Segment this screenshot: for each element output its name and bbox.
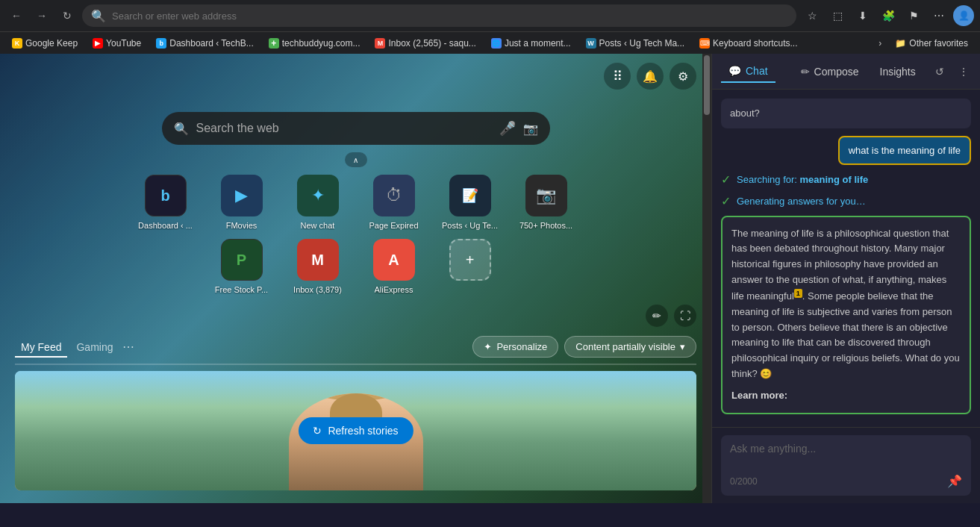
tab-chat[interactable]: 💬 Chat xyxy=(721,60,775,83)
add-shortcut-button[interactable]: + xyxy=(449,239,491,281)
shortcut-freestock-icon: P xyxy=(221,239,263,281)
nav-icons: ☆ ⬚ ⬇ 🧩 ⚑ ⋯ 👤 xyxy=(801,4,974,27)
shortcut-newchat-label: New chat xyxy=(301,221,335,230)
profile-button[interactable]: 👤 xyxy=(953,5,974,26)
bookmark-inbox[interactable]: M Inbox (2,565) - saqu... xyxy=(369,37,481,50)
collections-icon[interactable]: ⬚ xyxy=(826,4,849,27)
just-moment-icon: 🌐 xyxy=(491,38,502,49)
bookmark-google-keep[interactable]: K Google Keep xyxy=(6,37,84,50)
inbox-bm-icon: M xyxy=(375,38,385,49)
pin-button[interactable]: 📌 xyxy=(947,474,962,488)
copilot-header: 💬 Chat ✏ Compose Insights ↺ ⋮ ✕ xyxy=(712,54,980,90)
address-input[interactable] xyxy=(112,10,787,22)
learn-more-label: Learn more: xyxy=(731,388,961,404)
collapse-button[interactable]: ∧ xyxy=(345,152,367,167)
content-dropdown-icon: ▾ xyxy=(680,341,685,352)
tab-compose[interactable]: ✏ Compose xyxy=(793,61,867,82)
chat-input[interactable] xyxy=(730,443,962,467)
close-copilot-button[interactable]: ✕ xyxy=(977,61,980,82)
shortcut-fmovies[interactable]: ▶ FMovies xyxy=(208,175,275,230)
shortcut-postsug-icon: 📝 xyxy=(449,175,491,216)
bookmark-label: Just a moment... xyxy=(505,38,571,49)
browser-chrome: ← → ↻ 🔍 ☆ ⬚ ⬇ 🧩 ⚑ ⋯ 👤 K Google Keep ▶ Yo… xyxy=(0,0,980,54)
new-tab-top-controls: ⠿ 🔔 ⚙ xyxy=(0,54,711,90)
shortcut-fmovies-icon: ▶ xyxy=(221,175,263,216)
footnote-1[interactable]: 1 xyxy=(794,289,802,298)
bookmark-posts-ug[interactable]: W Posts ‹ Ug Tech Ma... xyxy=(580,37,691,50)
shortcut-new-chat[interactable]: ✦ New chat xyxy=(284,175,352,230)
shortcut-dashboard[interactable]: b Dashboard ‹ ... xyxy=(132,175,199,230)
feed-tabs: My Feed Gaming ⋯ ✦ Personalize Content p… xyxy=(15,330,696,365)
feed-tab-menu-button[interactable]: ⋯ xyxy=(122,340,134,354)
tab-insights[interactable]: Insights xyxy=(873,61,923,82)
edit-view-button[interactable]: ✏ xyxy=(646,305,668,327)
copilot-header-actions: ↺ ⋮ ✕ xyxy=(929,61,980,82)
personalize-button[interactable]: ✦ Personalize xyxy=(472,336,558,358)
shortcut-freestock[interactable]: P Free Stock P... xyxy=(208,239,275,294)
chat-tab-label: Chat xyxy=(746,65,768,77)
more-bookmarks-button[interactable]: › xyxy=(874,37,886,50)
check-icon-1: ✓ xyxy=(721,172,731,187)
shortcut-photos[interactable]: 📷 750+ Photos... xyxy=(513,175,580,230)
content-visibility-label: Content partially visible xyxy=(575,341,675,352)
bookmark-just-moment[interactable]: 🌐 Just a moment... xyxy=(485,37,577,50)
search-term: meaning of life xyxy=(800,174,869,185)
bookmark-dashboard[interactable]: b Dashboard ‹ TechB... xyxy=(150,37,260,50)
more-options-button[interactable]: ⋮ xyxy=(953,61,974,82)
shortcut-inbox[interactable]: M Inbox (3,879) xyxy=(284,239,352,294)
shortcut-pageexpired-label: Page Expired xyxy=(369,221,418,230)
shortcut-aliexpress[interactable]: A AliExpress xyxy=(361,239,428,294)
search-input[interactable] xyxy=(196,122,492,135)
fullscreen-button[interactable]: ⛶ xyxy=(674,305,696,327)
bookmarks-bar: K Google Keep ▶ YouTube b Dashboard ‹ Te… xyxy=(0,31,980,54)
tab-gaming[interactable]: Gaming xyxy=(70,338,119,356)
download-icon[interactable]: ⬇ xyxy=(852,4,874,27)
search-section: 🔍 🎤 📷 xyxy=(0,90,711,160)
personalize-icon: ✦ xyxy=(484,341,492,352)
shortcut-page-expired[interactable]: ⏱ Page Expired xyxy=(361,175,428,230)
settings-button[interactable]: ⚙ xyxy=(670,63,696,90)
refresh-button[interactable]: ↻ xyxy=(57,5,78,26)
bookmark-label: YouTube xyxy=(106,38,141,49)
compose-tab-label: Compose xyxy=(814,66,859,78)
forward-button[interactable]: → xyxy=(31,5,52,26)
other-favorites[interactable]: 📁 Other favorites xyxy=(889,37,974,50)
personalize-label: Personalize xyxy=(496,341,547,352)
camera-search-button[interactable]: 📷 xyxy=(523,122,538,136)
tab-my-feed[interactable]: My Feed xyxy=(15,338,67,358)
search-status-1: ✓ Searching for: meaning of life xyxy=(721,172,971,187)
content-visibility-button[interactable]: Content partially visible ▾ xyxy=(564,336,696,358)
notifications-button[interactable]: 🔔 xyxy=(637,63,664,90)
shortcut-inbox-icon: M xyxy=(297,239,339,281)
add-shortcut-item[interactable]: + xyxy=(437,239,504,294)
bookmark-techbuddy[interactable]: + techbuddyug.com... xyxy=(263,37,366,50)
shortcut-newchat-icon: ✦ xyxy=(297,175,339,216)
refresh-chat-button[interactable]: ↺ xyxy=(929,61,950,82)
insights-tab-label: Insights xyxy=(880,66,916,78)
mic-button[interactable]: 🎤 xyxy=(499,120,516,137)
shortcut-dashboard-label: Dashboard ‹ ... xyxy=(138,221,193,230)
settings-icon[interactable]: ⋯ xyxy=(928,4,950,27)
other-fav-label: Other favorites xyxy=(909,38,968,49)
feedback-icon[interactable]: ⚑ xyxy=(902,4,925,27)
techbuddy-icon: + xyxy=(269,38,279,49)
extensions-icon[interactable]: 🧩 xyxy=(877,4,899,27)
input-footer: 0/2000 📌 xyxy=(730,474,962,488)
back-button[interactable]: ← xyxy=(6,5,27,26)
scrollbar-thumb[interactable] xyxy=(704,55,710,115)
shortcut-fmovies-label: FMovies xyxy=(226,221,258,230)
bookmark-label: Dashboard ‹ TechB... xyxy=(169,38,254,49)
search-web-icon: 🔍 xyxy=(174,122,189,136)
refresh-stories-button[interactable]: ↻ Refresh stories xyxy=(298,417,413,444)
bookmark-label: Keyboard shortcuts... xyxy=(713,38,797,49)
shortcut-posts-ug[interactable]: 📝 Posts ‹ Ug Te... xyxy=(437,175,504,230)
bookmark-keyboard[interactable]: ⌨ Keyboard shortcuts... xyxy=(693,37,803,50)
search-status-label-1: Searching for: meaning of life xyxy=(737,174,868,185)
favorites-icon[interactable]: ☆ xyxy=(801,4,823,27)
grid-apps-button[interactable]: ⠿ xyxy=(604,63,631,90)
bookmark-youtube[interactable]: ▶ YouTube xyxy=(87,37,147,50)
scrollbar[interactable] xyxy=(702,54,711,503)
shortcut-postsug-label: Posts ‹ Ug Te... xyxy=(442,221,498,230)
input-box: 0/2000 📌 xyxy=(721,435,971,496)
copilot-input-area: 0/2000 📌 xyxy=(712,427,980,503)
